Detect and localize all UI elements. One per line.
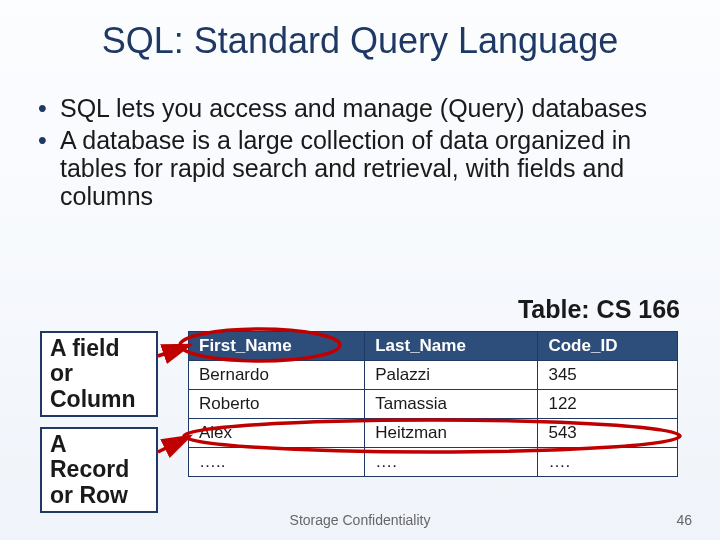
col-header: Last_Name: [365, 332, 538, 361]
table-cell: 543: [538, 419, 678, 448]
table-cell: ….: [365, 448, 538, 477]
table-cell: ….: [538, 448, 678, 477]
table-row: Alex Heitzman 543: [189, 419, 678, 448]
col-header: First_Name: [189, 332, 365, 361]
table-cell: Palazzi: [365, 361, 538, 390]
table-row: Roberto Tamassia 122: [189, 390, 678, 419]
table-cell: Alex: [189, 419, 365, 448]
table-cell: Bernardo: [189, 361, 365, 390]
row-callout-box: A Record or Row: [40, 427, 158, 513]
bullet-list: SQL lets you access and manage (Query) d…: [0, 62, 720, 210]
bullet-item: SQL lets you access and manage (Query) d…: [60, 94, 680, 122]
table-row: ….. …. ….: [189, 448, 678, 477]
table-caption: Table: CS 166: [518, 295, 680, 324]
column-callout-box: A field or Column: [40, 331, 158, 417]
slide-title: SQL: Standard Query Language: [0, 0, 720, 62]
col-header: Code_ID: [538, 332, 678, 361]
footer-text: Storage Confidentiality: [0, 512, 720, 528]
table-cell: …..: [189, 448, 365, 477]
svg-line-0: [158, 345, 190, 356]
table-cell: Tamassia: [365, 390, 538, 419]
table-row: Bernardo Palazzi 345: [189, 361, 678, 390]
table-cell: Roberto: [189, 390, 365, 419]
table-header-row: First_Name Last_Name Code_ID: [189, 332, 678, 361]
bullet-item: A database is a large collection of data…: [60, 126, 680, 210]
table-cell: 345: [538, 361, 678, 390]
table-cell: 122: [538, 390, 678, 419]
example-table: First_Name Last_Name Code_ID Bernardo Pa…: [188, 331, 678, 477]
page-number: 46: [676, 512, 692, 528]
svg-line-1: [158, 436, 190, 452]
table-cell: Heitzman: [365, 419, 538, 448]
